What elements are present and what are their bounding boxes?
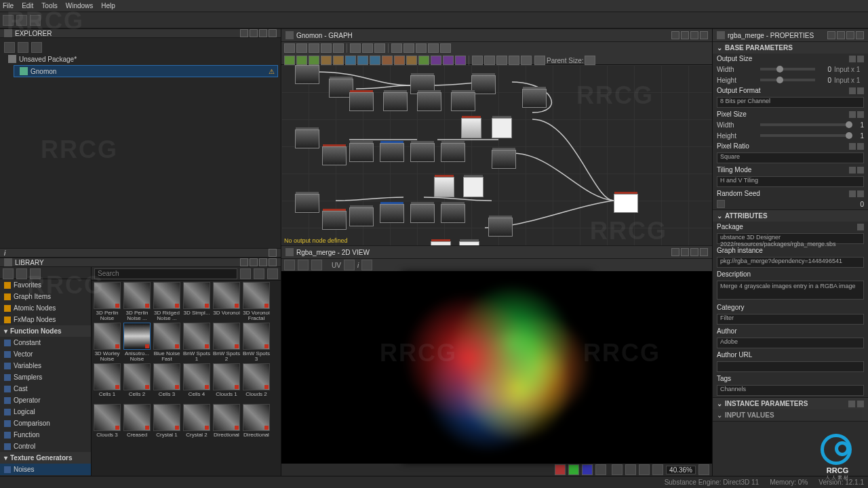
reset-icon[interactable]	[857, 56, 864, 62]
tool-select-icon[interactable]	[284, 43, 295, 53]
node-gradient-icon[interactable]	[309, 56, 319, 65]
library-thumb[interactable]: Cells 4	[182, 363, 211, 403]
lib-pin-icon[interactable]	[240, 258, 248, 266]
node-input-icon[interactable]	[472, 56, 483, 65]
library-thumb[interactable]: Clouds 3	[93, 404, 121, 443]
inherit-icon[interactable]	[849, 56, 856, 62]
cat-control[interactable]: Control	[0, 441, 91, 452]
library-thumb[interactable]: Creased	[123, 404, 151, 443]
graph-node[interactable]	[322, 146, 347, 165]
width-value[interactable]: 0	[818, 66, 831, 73]
lib-max-icon[interactable]	[250, 258, 258, 266]
node-comment-icon[interactable]	[496, 56, 507, 65]
tile-icon[interactable]	[639, 464, 650, 475]
tool-snap-icon[interactable]	[391, 43, 402, 53]
node-blur-icon[interactable]	[345, 56, 356, 65]
view-icon[interactable]	[267, 268, 278, 279]
inherit-icon[interactable]	[849, 111, 856, 118]
tool-highlight-icon[interactable]	[428, 43, 439, 53]
graph-pin-icon[interactable]	[671, 31, 679, 39]
graph-node[interactable]	[349, 207, 374, 226]
graph-node[interactable]	[295, 194, 319, 213]
node-pin-icon[interactable]	[521, 56, 532, 65]
cat-comparison[interactable]: Comparison	[0, 418, 91, 429]
node-bitmap-icon[interactable]	[455, 56, 466, 65]
section-attributes[interactable]: ⌄ATTRIBUTES	[713, 210, 868, 222]
prop-max-icon[interactable]	[837, 31, 845, 39]
graph-node[interactable]	[349, 143, 374, 162]
panel-pin-icon[interactable]	[240, 29, 248, 37]
zoom-fit-icon[interactable]	[698, 464, 709, 475]
library-thumb[interactable]: Directional	[212, 404, 241, 443]
channel-a-icon[interactable]	[595, 464, 606, 475]
library-thumb[interactable]: 3D Ridged Noise ...	[153, 282, 181, 321]
library-thumb[interactable]: BnW Spots 2	[212, 323, 241, 362]
inst-preset-icon[interactable]	[848, 401, 855, 407]
refresh-icon[interactable]	[18, 42, 28, 53]
home-icon[interactable]	[3, 15, 14, 26]
tool-timing-icon[interactable]	[416, 43, 427, 53]
graph-node[interactable]	[434, 177, 454, 197]
reset-icon[interactable]	[857, 87, 864, 94]
menu-file[interactable]: File	[3, 2, 14, 9]
view2d-close-icon[interactable]	[700, 248, 708, 256]
node-sharpen-icon[interactable]	[357, 56, 368, 65]
graph-canvas[interactable]: No output node defined	[281, 65, 712, 245]
graph-node[interactable]	[410, 143, 435, 162]
tiling-mode-dropdown[interactable]: H and V Tiling	[717, 176, 864, 187]
menu-tools[interactable]: Tools	[41, 2, 57, 9]
library-thumb[interactable]: 3D Simpl...	[182, 282, 211, 321]
view2d-tools-icon[interactable]	[361, 260, 372, 270]
library-thumb[interactable]: 3D Worley Noise	[93, 323, 121, 362]
parent-size-dropdown[interactable]	[585, 56, 595, 65]
tree-graph-item[interactable]: Gnomon ⚠	[14, 65, 278, 77]
cat-function-nodes[interactable]: ▾ Function Nodes	[0, 325, 91, 337]
library-thumb[interactable]: BnW Spots 1	[182, 323, 211, 362]
graph-node[interactable]	[380, 204, 404, 223]
library-thumb[interactable]: 3D Perlin Noise ...	[123, 282, 151, 321]
inherit-icon[interactable]	[849, 143, 856, 150]
graph-node[interactable]	[451, 92, 475, 111]
cat-favorites[interactable]: Favorites	[0, 279, 91, 291]
node-levels-icon[interactable]	[321, 56, 332, 65]
view2d-uv-toggle[interactable]	[344, 260, 355, 270]
section-instance-params[interactable]: ⌄INSTANCE PARAMETERS	[713, 398, 868, 409]
lib-edit-icon[interactable]	[16, 268, 27, 279]
graph-node[interactable]	[492, 118, 512, 138]
cat-operator[interactable]: Operator	[0, 394, 91, 406]
cat-texture-generators[interactable]: ▾ Texture Generators	[0, 452, 91, 464]
library-thumb[interactable]: 3D Perlin Noise	[93, 282, 121, 321]
tree-package[interactable]: Unsaved Package*	[3, 53, 278, 65]
library-thumb[interactable]: 3D Voronoi	[212, 282, 241, 321]
cat-constant[interactable]: Constant	[0, 337, 91, 348]
graph-node[interactable]	[461, 118, 481, 138]
tool-layout-icon[interactable]	[374, 43, 385, 53]
node-output-icon[interactable]	[484, 56, 495, 65]
menu-edit[interactable]: Edit	[22, 2, 33, 9]
tool-camera-icon[interactable]	[309, 43, 319, 53]
library-thumb[interactable]: Directional	[242, 404, 271, 443]
graph-node[interactable]	[463, 177, 484, 197]
open-icon[interactable]	[30, 15, 41, 26]
node-text-icon[interactable]	[431, 56, 441, 65]
node-warp-icon[interactable]	[370, 56, 380, 65]
tool-frame-icon[interactable]	[296, 43, 307, 53]
tool-gridsnap-icon[interactable]	[440, 43, 451, 53]
library-thumb[interactable]: Crystal 1	[153, 404, 181, 443]
prop-close-icon[interactable]	[856, 31, 864, 39]
height-value[interactable]: 0	[818, 77, 831, 84]
node-uniform-icon[interactable]	[284, 56, 295, 65]
graph-node[interactable]	[471, 75, 496, 94]
node-frame2-icon[interactable]	[509, 56, 519, 65]
seed-randomize-icon[interactable]	[717, 200, 725, 208]
pan-icon[interactable]	[625, 464, 636, 475]
panel-popout-icon[interactable]	[259, 29, 267, 37]
library-thumb[interactable]: Blue Noise Fast	[153, 323, 181, 362]
view2d-max-icon[interactable]	[681, 248, 689, 256]
cat-function[interactable]: Function	[0, 429, 91, 441]
library-thumb[interactable]: Cells 2	[123, 363, 151, 403]
reset-icon[interactable]	[857, 190, 864, 197]
pw-slider[interactable]	[760, 123, 848, 126]
library-search-input[interactable]	[94, 268, 237, 279]
menu-help[interactable]: Help	[101, 2, 115, 9]
